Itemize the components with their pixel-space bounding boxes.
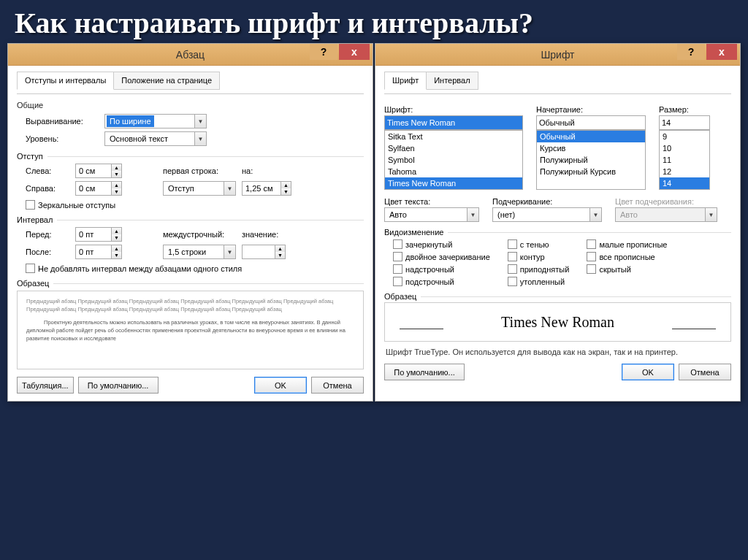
close-button[interactable]: x <box>706 44 737 60</box>
help-button[interactable]: ? <box>677 44 705 60</box>
style-input[interactable] <box>536 115 646 130</box>
by-label: на: <box>242 166 278 175</box>
chevron-down-icon: ▼ <box>224 182 235 195</box>
group-indent: Отступ <box>17 152 43 161</box>
firstline-combo[interactable]: Отступ▼ <box>163 181 236 196</box>
after-spinner[interactable]: ▲▼ <box>75 245 122 259</box>
font-hint: Шрифт TrueType. Он используется для выво… <box>386 348 730 356</box>
before-label: Перед: <box>26 230 69 239</box>
emboss-checkbox[interactable] <box>508 264 517 274</box>
after-label: После: <box>26 248 69 256</box>
tab-font[interactable]: Шрифт <box>384 72 427 90</box>
right-spinner[interactable]: ▲▼ <box>75 181 122 196</box>
strike-checkbox[interactable] <box>393 239 402 249</box>
default-button[interactable]: По умолчанию... <box>78 377 159 394</box>
group-general: Общие <box>17 101 364 110</box>
sub-checkbox[interactable] <box>393 277 402 286</box>
first-label: первая строка: <box>163 166 236 175</box>
align-label: Выравнивание: <box>26 117 99 126</box>
style-listbox[interactable]: Обычный Курсив Полужирный Полужирный Кур… <box>536 130 646 190</box>
paragraph-title: Абзац <box>176 49 205 61</box>
super-checkbox[interactable] <box>393 264 402 274</box>
outline-checkbox[interactable] <box>508 252 517 261</box>
dblstrike-checkbox[interactable] <box>393 252 402 261</box>
line-label: междустрочный: <box>163 230 236 239</box>
cancel-button[interactable]: Отмена <box>679 364 731 380</box>
help-button[interactable]: ? <box>310 44 337 60</box>
list-item[interactable]: Обычный <box>537 131 645 142</box>
left-label: Слева: <box>26 166 69 175</box>
font-sample: Times New Roman <box>384 302 731 342</box>
left-spinner[interactable]: ▲▼ <box>75 164 122 178</box>
slide-title: Как настраивать шрифт и интервалы? <box>0 0 748 43</box>
tabs-button[interactable]: Табуляция... <box>17 377 74 394</box>
group-spacing: Интервал <box>17 215 53 224</box>
mirror-label: Зеркальные отступы <box>38 201 115 210</box>
tab-position[interactable]: Положение на странице <box>113 72 220 90</box>
underline-combo[interactable]: (нет)▼ <box>492 207 602 222</box>
style-label: Начертание: <box>536 105 646 114</box>
undercolor-combo: Авто▼ <box>615 207 717 222</box>
list-item[interactable]: Sylfaen <box>385 142 522 154</box>
undercolor-label: Цвет подчеркивания: <box>615 197 717 206</box>
nospace-checkbox[interactable] <box>26 264 35 273</box>
smallcaps-checkbox[interactable] <box>587 239 596 249</box>
by-spinner[interactable]: ▲▼ <box>242 181 291 196</box>
list-item[interactable]: Sitka Text <box>385 131 522 142</box>
font-input[interactable] <box>384 115 523 130</box>
size-label: Размер: <box>659 105 710 114</box>
cancel-button[interactable]: Отмена <box>311 377 364 394</box>
group-sample: Образец <box>384 292 416 301</box>
font-listbox[interactable]: Sitka Text Sylfaen Symbol Tahoma Times N… <box>384 130 523 190</box>
ok-button[interactable]: OK <box>622 364 674 380</box>
list-item[interactable]: Полужирный <box>537 154 645 166</box>
underline-label: Подчеркивание: <box>492 197 602 206</box>
list-item[interactable]: 9 <box>660 131 709 142</box>
chevron-down-icon: ▼ <box>224 245 235 258</box>
list-item[interactable]: 12 <box>660 166 709 177</box>
close-button[interactable]: x <box>339 44 370 60</box>
hidden-checkbox[interactable] <box>587 264 596 274</box>
shadow-checkbox[interactable] <box>508 239 517 249</box>
group-preview: Образец <box>17 279 49 288</box>
list-item[interactable]: 11 <box>660 154 709 166</box>
chevron-down-icon: ▼ <box>589 208 601 221</box>
list-item[interactable]: Полужирный Курсив <box>537 166 645 177</box>
list-item[interactable]: Symbol <box>385 154 522 166</box>
level-label: Уровень: <box>26 134 99 143</box>
tab-indents[interactable]: Отступы и интервалы <box>17 72 114 90</box>
chevron-down-icon: ▼ <box>705 208 717 221</box>
allcaps-checkbox[interactable] <box>587 252 596 261</box>
nospace-label: Не добавлять интервал между абзацами одн… <box>38 264 242 273</box>
chevron-down-icon: ▼ <box>467 208 478 221</box>
list-item[interactable]: Курсив <box>537 142 645 154</box>
chevron-down-icon: ▼ <box>194 132 206 145</box>
font-title: Шрифт <box>541 49 574 61</box>
size-listbox[interactable]: 9 10 11 12 14 <box>659 130 710 190</box>
val-spinner[interactable]: ▲▼ <box>242 245 286 259</box>
size-input[interactable] <box>659 115 710 130</box>
font-dialog: Шрифт ? x Шрифт Интервал Шрифт: Sitka Te… <box>375 43 741 402</box>
list-item[interactable]: Times New Roman <box>385 177 522 189</box>
engrave-checkbox[interactable] <box>508 277 517 286</box>
line-combo[interactable]: 1,5 строки▼ <box>163 245 236 259</box>
align-combo[interactable]: По ширине▼ <box>104 114 207 129</box>
group-effects: Видоизменение <box>384 228 443 237</box>
color-label: Цвет текста: <box>384 197 479 206</box>
default-button[interactable]: По умолчанию... <box>384 364 465 380</box>
paragraph-dialog: Абзац ? x Отступы и интервалы Положение … <box>7 43 373 402</box>
chevron-down-icon: ▼ <box>194 115 206 128</box>
right-label: Справа: <box>26 184 69 193</box>
level-combo[interactable]: Основной текст▼ <box>104 131 207 146</box>
list-item[interactable]: Tahoma <box>385 166 522 177</box>
paragraph-preview: Предыдущий абзац Предыдущий абзац Предыд… <box>17 291 364 369</box>
mirror-checkbox[interactable] <box>26 200 35 210</box>
color-combo[interactable]: Авто▼ <box>384 207 479 222</box>
list-item[interactable]: 10 <box>660 142 709 154</box>
ok-button[interactable]: OK <box>254 377 307 394</box>
tab-spacing[interactable]: Интервал <box>426 72 478 90</box>
before-spinner[interactable]: ▲▼ <box>75 227 122 242</box>
paragraph-titlebar: Абзац ? x <box>8 44 373 66</box>
font-titlebar: Шрифт ? x <box>375 44 740 66</box>
list-item[interactable]: 14 <box>660 177 709 189</box>
